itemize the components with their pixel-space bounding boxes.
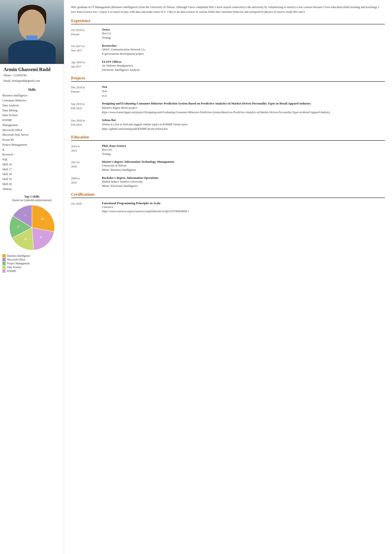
entry-title: Tester	[102, 28, 385, 32]
skill-item: R	[2, 147, 61, 152]
experience-entries: Oct 2018 to PresentTesterTest Co.Testing…	[71, 28, 385, 72]
entry-org: Test Uni	[102, 148, 385, 152]
skill-item: Microsoft Office	[2, 128, 61, 133]
entry-date: 2019 to 2023	[71, 144, 102, 156]
skill-item: Research	[2, 152, 61, 157]
skill-item: Power BI	[2, 137, 61, 142]
entry-content: TestTestte.st	[102, 85, 385, 98]
legend-item: Data Science	[2, 265, 61, 269]
skill-item: Data Analysis	[2, 103, 61, 108]
entry-desc: Selena is a bot to find and suggest simi…	[102, 122, 385, 127]
entry-row: Apr 2010 to Jan 2017ELINT OfficerAir Def…	[71, 60, 385, 72]
skill-item: Tableau	[2, 187, 61, 192]
intro-paragraph: MSc graduate in IT Management (Business …	[71, 5, 385, 14]
entry-desc: Testing	[102, 35, 385, 40]
entry-org: Test Co.	[102, 32, 385, 35]
projects-entries: Dec 2018 to PresentTestTestte.stSep 2016…	[71, 85, 385, 131]
entry-row: Oct 2017 to Nov 2017ResearcherADOC Commu…	[71, 44, 385, 56]
entry-title: PhD, Data Science	[102, 144, 385, 148]
education-section-header: Education	[71, 135, 385, 141]
entry-row: Dec 2018 to Feb 2019Selena BotSelena is …	[71, 118, 385, 131]
entry-row: Sep 2016 to Feb 2018Designing and Evalua…	[71, 102, 385, 114]
legend-label: Microsoft Office	[7, 258, 25, 261]
legend-item: KNIME	[2, 269, 61, 273]
entry-content: Designing and Evaluating Consumer Behavi…	[102, 102, 385, 114]
skills-heading: Skills	[28, 88, 36, 92]
legend-item: Microsoft Office	[2, 258, 61, 261]
projects-section-header: Projects	[71, 76, 385, 82]
legend-color-box	[2, 254, 6, 257]
entry-title: Test	[102, 85, 385, 89]
entry-date: Dec 2018 to Present	[71, 85, 102, 98]
entry-title: Designing and Evaluating Consumer Behavi…	[102, 102, 385, 105]
entry-url: https://www.researchgate.net/project/Des…	[102, 110, 385, 114]
skill-item: Project Management	[2, 142, 61, 147]
legend-item: Business Intelligence	[2, 254, 61, 257]
pie-chart: 129877	[8, 204, 56, 251]
top5-subtitle: (based on LinkedIn endorsements)	[12, 199, 51, 202]
entry-desc: Master's degree thesis project	[102, 106, 385, 110]
entry-desc: Minor: Business Intelligence	[102, 168, 385, 172]
entry-org: Shahid Sattari Aviation University	[102, 180, 385, 184]
legend-label: KNIME	[7, 270, 16, 272]
entry-row: Dec 2018 to PresentTestTestte.st	[71, 85, 385, 98]
entry-title: Master's degree, Information Technology …	[102, 160, 385, 164]
entry-desc: Testing	[102, 152, 385, 156]
entry-date: 2015 to 2018	[71, 160, 102, 172]
entry-desc: Electronic Intelligence Analysis	[102, 68, 385, 72]
main-content: MSc graduate in IT Management (Business …	[64, 0, 392, 554]
experience-section-header: Experience	[71, 19, 385, 24]
profile-photo	[0, 0, 64, 64]
entry-content: PhD, Data ScienceTest UniTesting	[102, 144, 385, 156]
entry-org: Coursera	[102, 205, 385, 209]
entry-title: Researcher	[102, 44, 385, 48]
svg-text:7: 7	[18, 225, 19, 229]
legend-color-box	[2, 265, 6, 269]
phone: Phone: +123456789	[4, 73, 60, 78]
entry-url: te.st	[102, 94, 385, 98]
svg-text:12: 12	[41, 217, 44, 221]
legend-color-box	[2, 269, 6, 273]
entry-url: https://github.com/armingrudd/KNIME-foru…	[102, 127, 385, 131]
entry-date: Dec 2018 to Feb 2019	[71, 118, 102, 131]
skill-item: Skill 18	[2, 172, 61, 177]
entry-org: University of Tehran	[102, 164, 385, 167]
entry-desc: Test	[102, 89, 385, 94]
legend-color-box	[2, 258, 6, 261]
certifications-section-header: Certifications	[71, 192, 385, 198]
email: Email: armingrudd@gmail.com	[4, 79, 60, 83]
svg-text:8: 8	[24, 237, 26, 241]
name-block: Armin Ghassemi Rudd Phone: +123456789 Em…	[0, 64, 64, 85]
entry-title: Selena Bot	[102, 118, 385, 122]
entry-content: Master's degree, Information Technology …	[102, 160, 385, 172]
chart-legend: Business IntelligenceMicrosoft OfficePro…	[0, 254, 64, 273]
entry-content: Bachelor's degree, Information Operation…	[102, 176, 385, 188]
entry-title: Bachelor's degree, Information Operation…	[102, 176, 385, 180]
skill-item: SQL	[2, 157, 61, 162]
entry-content: ELINT OfficerAir Defense HeadquartersEle…	[102, 60, 385, 72]
legend-label: Project Management	[7, 262, 30, 265]
skill-item: KNIME	[2, 118, 61, 123]
entry-date: Apr 2010 to Jan 2017	[71, 60, 102, 72]
legend-label: Business Intelligence	[7, 254, 30, 257]
skill-item: Skill 19	[2, 177, 61, 182]
entry-org: Air Defense Headquarters	[102, 64, 385, 68]
skill-item: Consumer Behavior	[2, 98, 61, 103]
svg-text:9: 9	[40, 236, 42, 239]
skill-item: Data Mining	[2, 108, 61, 113]
skill-item: Skill 20	[2, 182, 61, 187]
svg-text:7: 7	[24, 214, 26, 217]
entry-org: ADOC Communication Network Co.	[102, 48, 385, 51]
entry-content: Functional Programming Principles in Sca…	[102, 201, 385, 213]
entry-row: 2019 to 2023PhD, Data ScienceTest UniTes…	[71, 144, 385, 156]
entry-date: Oct 2018	[71, 201, 102, 213]
entry-desc: E-government development project	[102, 52, 385, 56]
entry-row: Oct 2018Functional Programming Principle…	[71, 201, 385, 213]
entry-row: Oct 2018 to PresentTesterTest Co.Testing	[71, 28, 385, 40]
entry-content: Selena BotSelena is a bot to find and su…	[102, 118, 385, 131]
top5-title: Top 5 Skills	[24, 195, 40, 199]
skills-list: Business IntelligenceConsumer BehaviorDa…	[0, 93, 64, 191]
entry-date: Oct 2018 to Present	[71, 28, 102, 40]
entry-url: https://www.coursera.org/account/accompl…	[102, 209, 385, 213]
skill-item: Skill 16	[2, 162, 61, 167]
